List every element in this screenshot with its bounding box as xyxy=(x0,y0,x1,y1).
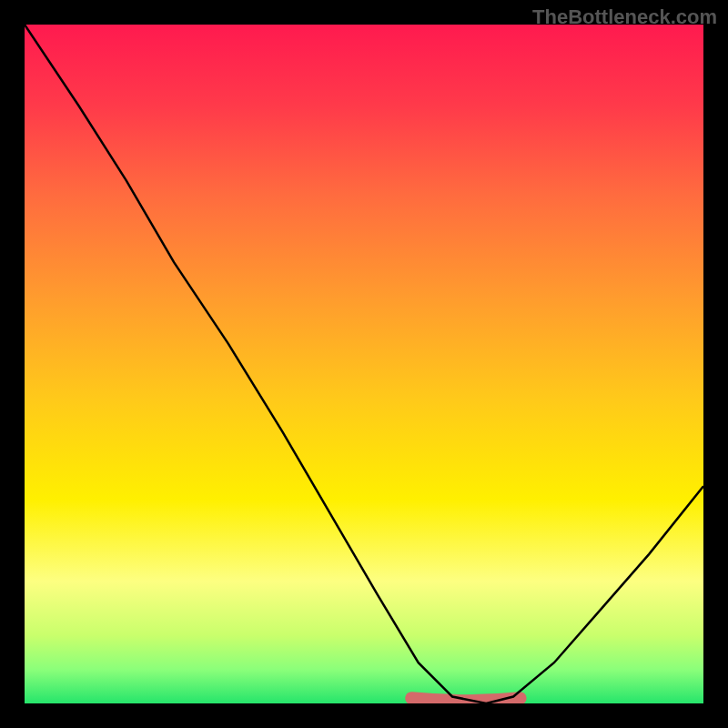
chart-plot-area xyxy=(25,25,703,703)
bottleneck-curve xyxy=(25,25,703,703)
chart-svg xyxy=(25,25,703,703)
watermark-text: TheBottleneck.com xyxy=(532,5,717,29)
